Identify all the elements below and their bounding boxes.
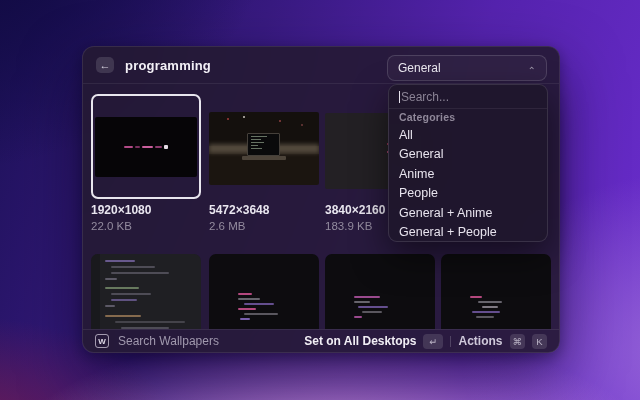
wallpaper-thumbnail[interactable] (91, 254, 201, 329)
wallpaper-thumbnail[interactable] (325, 254, 435, 329)
wallpaper-image (441, 254, 551, 329)
wallpaper-image (325, 254, 435, 329)
wallpaper-image (95, 117, 197, 177)
wallpapers-app-icon: W (95, 334, 109, 348)
k-key-icon: K (532, 334, 547, 349)
back-button[interactable]: ← (96, 57, 114, 73)
wallpaper-image (209, 112, 319, 185)
page-title: programming (125, 58, 211, 73)
dropdown-search-field[interactable]: Search... (389, 85, 547, 109)
action-bar: W Search Wallpapers Set on All Desktops … (83, 329, 559, 352)
wallpaper-meta: 1920×1080 22.0 KB (91, 203, 201, 232)
back-arrow-icon: ← (100, 60, 111, 71)
text-caret (399, 91, 400, 103)
wallpaper-image (91, 254, 201, 329)
dropdown-option-all[interactable]: All (389, 125, 547, 145)
wallpaper-filesize: 2.6 MB (209, 220, 319, 232)
wallpaper-thumbnail[interactable] (209, 254, 319, 329)
category-dropdown-menu: Search... Categories All General Anime P… (388, 84, 548, 242)
dropdown-option-general-anime[interactable]: General + Anime (389, 203, 547, 223)
wallpaper-thumbnail[interactable] (441, 254, 551, 329)
actions-menu-button[interactable]: Actions (458, 334, 502, 348)
wallpaper-thumbnail[interactable] (209, 96, 319, 201)
wallpaper-thumbnail-selected[interactable] (91, 94, 201, 199)
category-selected-value: General (398, 61, 528, 75)
category-dropdown-button[interactable]: General ⌃ (387, 55, 547, 81)
chevron-up-icon: ⌃ (528, 65, 536, 76)
wallpaper-image (209, 254, 319, 329)
wallpaper-dimensions: 5472×3648 (209, 203, 319, 217)
dropdown-option-general-people[interactable]: General + People (389, 223, 547, 243)
footer-divider (450, 336, 451, 347)
dropdown-option-anime[interactable]: Anime (389, 164, 547, 184)
window-header: ← programming General ⌃ (83, 47, 559, 84)
dropdown-search-placeholder: Search... (401, 90, 449, 104)
app-icon-letter: W (98, 337, 106, 346)
enter-key-icon: ↵ (423, 334, 443, 349)
command-key-icon: ⌘ (510, 334, 526, 349)
wallpaper-dimensions: 1920×1080 (91, 203, 201, 217)
dropdown-section-label: Categories (389, 109, 547, 125)
dropdown-option-people[interactable]: People (389, 184, 547, 204)
extension-name: Search Wallpapers (118, 334, 219, 348)
wallpaper-meta: 5472×3648 2.6 MB (209, 203, 319, 232)
primary-action-label[interactable]: Set on All Desktops (304, 334, 416, 348)
wallpaper-filesize: 22.0 KB (91, 220, 201, 232)
dropdown-option-general[interactable]: General (389, 145, 547, 165)
